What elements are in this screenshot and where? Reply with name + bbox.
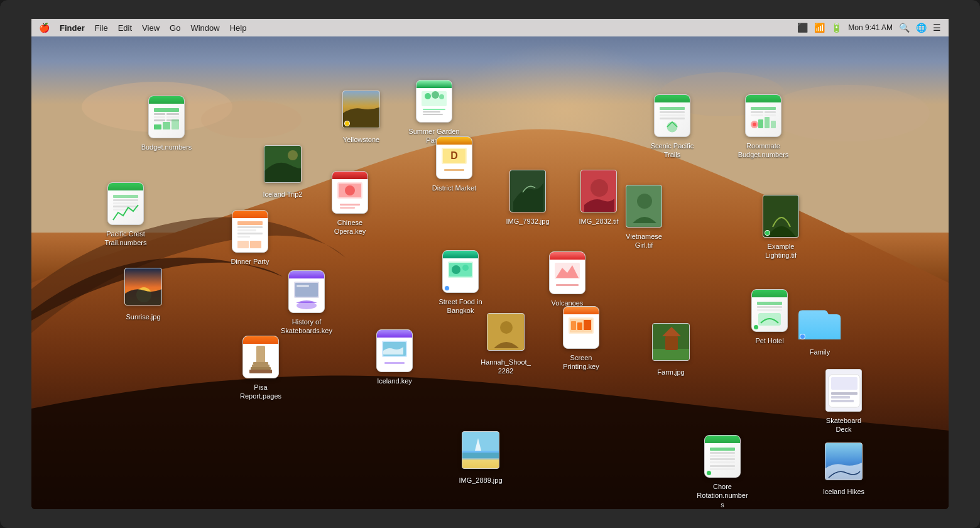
svg-rect-23 (237, 221, 263, 225)
svg-rect-110 (710, 448, 735, 451)
edit-menu[interactable]: Edit (118, 23, 132, 33)
roommate-budget-label: Roommate Budget.numbers (735, 141, 792, 160)
pet-hotel-icon[interactable]: Pet Hotel (741, 288, 798, 346)
budget-numbers-icon[interactable]: Budget.numbers (138, 94, 195, 152)
svg-rect-28 (237, 241, 249, 248)
finder-menu[interactable]: Finder (60, 23, 85, 33)
svg-rect-17 (113, 199, 138, 201)
example-lighting-label: Example Lighting.tif (753, 241, 809, 261)
svg-rect-54 (423, 109, 445, 110)
wifi-icon[interactable]: 📶 (814, 23, 825, 33)
apple-menu-icon[interactable]: 🍎 (39, 23, 50, 33)
chinese-opera-img (327, 170, 373, 215)
window-menu[interactable]: Window (190, 23, 219, 33)
family-folder-icon[interactable]: Family (792, 299, 848, 357)
svg-rect-115 (710, 465, 735, 467)
svg-rect-90 (765, 117, 770, 128)
svg-rect-77 (577, 322, 582, 330)
example-lighting-icon[interactable]: Example Lighting.tif (753, 194, 809, 261)
dinner-party-icon[interactable]: Dinner Party (222, 209, 278, 267)
img-2889-icon[interactable]: IMG_2889.jpg (452, 427, 509, 485)
svg-rect-80 (660, 111, 685, 113)
airplay-icon[interactable]: ⬛ (797, 23, 808, 33)
laptop-bezel: 🍎 Finder File Edit View Go Window Help ⬛… (0, 0, 980, 528)
vietnamese-girl-icon[interactable]: Vietnamese Girl.tif (616, 184, 672, 251)
view-menu[interactable]: View (142, 23, 160, 33)
volcanoes-icon[interactable]: Volcanoes (539, 250, 596, 308)
svg-point-83 (667, 122, 677, 132)
street-food-icon[interactable]: Street Food in Bangkok (432, 249, 489, 316)
svg-rect-87 (751, 114, 763, 116)
iceland-hikes-icon[interactable]: Iceland Hikes (815, 439, 872, 497)
iceland-key-icon[interactable]: Iceland.key (366, 328, 423, 386)
svg-point-64 (462, 265, 469, 271)
battery-icon[interactable]: 🔋 (831, 23, 842, 33)
svg-rect-14 (163, 122, 170, 129)
skateboard-deck-img (821, 368, 866, 413)
iceland-trip2-icon[interactable]: Iceland Trip2 (254, 141, 311, 199)
summer-garden-img (411, 79, 457, 124)
img-7932-icon[interactable]: IMG_7932.jpg (499, 168, 556, 226)
scenic-pacific-icon[interactable]: Scenic Pacific Trails (644, 93, 700, 160)
img-2832-img (576, 168, 621, 214)
svg-point-51 (425, 93, 431, 99)
pisa-report-icon[interactable]: Pisa Report.pages (232, 334, 289, 402)
svg-rect-10 (166, 116, 179, 118)
svg-rect-15 (172, 119, 179, 129)
iceland-trip2-img (260, 141, 305, 187)
dinner-party-img (227, 209, 273, 254)
svg-point-93 (753, 123, 756, 126)
chinese-opera-icon[interactable]: Chinese Opera.key (322, 170, 378, 237)
pet-hotel-label: Pet Hotel (753, 336, 785, 346)
district-market-icon[interactable]: D District Market (426, 135, 482, 193)
farm-img (648, 319, 694, 365)
svg-point-52 (432, 91, 439, 99)
pisa-report-img (238, 334, 283, 380)
yellowstone-icon[interactable]: Yellowstone (333, 87, 389, 145)
chore-rotation-icon[interactable]: Chore Rotation.numbers (694, 434, 751, 509)
globe-icon[interactable]: 🌐 (916, 23, 927, 33)
go-menu[interactable]: Go (170, 23, 180, 33)
help-menu[interactable]: Help (230, 23, 247, 33)
svg-rect-55 (423, 111, 440, 113)
street-food-img (438, 249, 483, 294)
svg-rect-84 (751, 107, 776, 110)
volcanoes-img (545, 250, 590, 295)
pacific-crest-label: Pacific Crest Trail.numbers (97, 229, 154, 248)
svg-rect-8 (166, 113, 179, 115)
iceland-hikes-img (821, 439, 866, 484)
svg-rect-19 (113, 206, 138, 207)
img-2889-img (458, 427, 503, 473)
list-icon[interactable]: ☰ (933, 23, 941, 33)
vietnamese-girl-img (621, 184, 667, 229)
svg-rect-89 (758, 119, 763, 128)
svg-rect-39 (297, 285, 309, 287)
sunrise-icon[interactable]: Sunrise.jpg (115, 264, 172, 322)
svg-rect-78 (584, 320, 591, 330)
screen-printing-icon[interactable]: Screen Printing.key (553, 305, 609, 372)
svg-rect-7 (154, 113, 165, 115)
farm-icon[interactable]: Farm.jpg (643, 319, 699, 377)
district-market-label: District Market (430, 183, 478, 193)
hannah-shoot-icon[interactable]: Hannah_Shoot_2262 (477, 309, 534, 377)
roommate-budget-icon[interactable]: Roommate Budget.numbers (735, 93, 792, 160)
svg-rect-36 (249, 370, 272, 373)
desktop[interactable]: 🍎 Finder File Edit View Go Window Help ⬛… (31, 19, 949, 509)
farm-label: Farm.jpg (655, 367, 686, 377)
pacific-crest-icon[interactable]: Pacific Crest Trail.numbers (97, 181, 154, 248)
history-skateboards-img (284, 269, 329, 314)
history-skateboards-icon[interactable]: History of Skateboards.key (278, 269, 335, 336)
svg-rect-112 (710, 455, 735, 457)
scenic-pacific-img (650, 93, 695, 138)
svg-rect-99 (757, 309, 782, 311)
svg-point-40 (297, 302, 317, 309)
file-menu[interactable]: File (95, 23, 108, 33)
skateboard-deck-icon[interactable]: Skateboard Deck (815, 368, 872, 435)
svg-rect-25 (237, 229, 256, 231)
svg-rect-97 (757, 302, 782, 305)
chore-rotation-img (700, 434, 745, 479)
svg-rect-114 (710, 461, 735, 463)
svg-point-53 (439, 94, 444, 99)
search-icon[interactable]: 🔍 (899, 23, 910, 33)
skateboard-deck-label: Skateboard Deck (815, 415, 872, 435)
